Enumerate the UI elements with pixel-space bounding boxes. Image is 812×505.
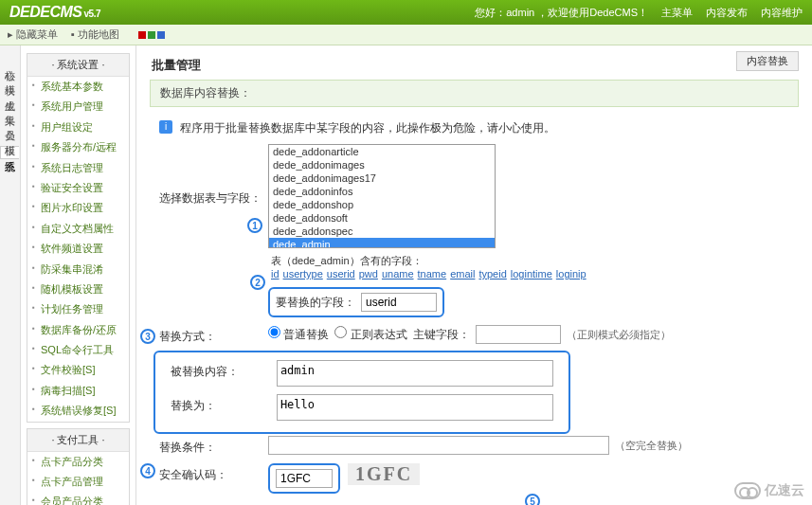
header-right: 您好：admin ，欢迎使用DedeCMS！ 主菜单 内容发布 内容维护 bbox=[475, 6, 803, 20]
sidebar-item[interactable]: 会员产品分类 bbox=[27, 492, 129, 505]
captcha-input[interactable] bbox=[276, 469, 333, 488]
nav-main[interactable]: 主菜单 bbox=[661, 6, 693, 20]
section-header: 数据库内容替换： bbox=[150, 80, 799, 107]
sidebar-item[interactable]: 用户组设定 bbox=[27, 117, 129, 137]
table-listbox[interactable]: dede_addonarticledede_addonimagesdede_ad… bbox=[268, 144, 496, 248]
sub-toolbar: ▸ 隐藏菜单 ▪ 功能地图 bbox=[0, 25, 812, 45]
sidebar-item[interactable]: 防采集串混淆 bbox=[27, 260, 129, 280]
step-2: 2 bbox=[250, 275, 265, 290]
field-link[interactable]: logintime bbox=[511, 268, 552, 280]
info-icon: i bbox=[159, 120, 172, 134]
condition-input[interactable] bbox=[268, 436, 609, 455]
sidebar-item[interactable]: 数据库备份/还原 bbox=[27, 320, 129, 340]
sidebar-item[interactable]: 图片水印设置 bbox=[27, 198, 129, 218]
sidebar-section-title: · 支付工具 · bbox=[27, 429, 129, 452]
nav-publish[interactable]: 内容发布 bbox=[706, 6, 748, 20]
label-main-key: 主键字段： bbox=[413, 327, 470, 343]
left-tab-1[interactable]: 模块 bbox=[0, 70, 20, 83]
label-condition: 替换条件： bbox=[159, 436, 268, 456]
captcha-image[interactable]: 1GFC bbox=[348, 463, 420, 485]
main-panel: 内容替换 批量管理 数据库内容替换： i 程序用于批量替换数据库中某字段的内容，… bbox=[136, 45, 812, 505]
content-replace-tag[interactable]: 内容替换 bbox=[736, 51, 799, 71]
sidebar-item[interactable]: 系统错误修复[S] bbox=[27, 401, 129, 421]
left-tab-3[interactable]: 采集 bbox=[0, 100, 20, 114]
page-title: 批量管理 bbox=[150, 53, 799, 80]
step-5: 5 bbox=[525, 494, 540, 505]
fields-row: 表（dede_admin）含有的字段： idusertypeuseridpwdu… bbox=[271, 254, 799, 280]
table-option[interactable]: dede_addonimages bbox=[269, 158, 495, 171]
sidebar-item[interactable]: 验证安全设置 bbox=[27, 178, 129, 198]
table-option[interactable]: dede_addonspec bbox=[269, 225, 495, 238]
label-captcha: 安全确认码： bbox=[159, 463, 268, 483]
left-tab-4[interactable]: 会员 bbox=[0, 116, 20, 129]
table-option[interactable]: dede_addonarticle bbox=[269, 145, 495, 158]
sidebar-item[interactable]: 自定义文档属性 bbox=[27, 219, 129, 239]
nav-maintain[interactable]: 内容维护 bbox=[761, 6, 803, 20]
left-tab-6[interactable]: 系统 bbox=[0, 146, 19, 159]
sidebar-section-title: · 系统设置 · bbox=[27, 54, 129, 77]
step-4: 4 bbox=[140, 463, 155, 478]
sidebar-item[interactable]: 点卡产品分类 bbox=[27, 452, 129, 472]
step-1: 1 bbox=[247, 218, 262, 233]
sidebar-item[interactable]: 服务器分布/远程 bbox=[27, 137, 129, 157]
sidebar-item[interactable]: 系统基本参数 bbox=[27, 77, 129, 97]
table-option[interactable]: dede_addoninfos bbox=[269, 185, 495, 198]
welcome-text: 您好：admin ，欢迎使用DedeCMS！ bbox=[475, 6, 648, 20]
replaced-content-input[interactable] bbox=[277, 360, 553, 387]
logo: DEDECMSv5.7 bbox=[9, 4, 100, 21]
field-link[interactable]: tname bbox=[418, 268, 447, 280]
sidebar-item[interactable]: SQL命令行工具 bbox=[27, 340, 129, 360]
field-link[interactable]: userid bbox=[327, 268, 355, 280]
watermark-icon bbox=[734, 482, 761, 499]
table-option[interactable]: dede_addonimages17 bbox=[269, 171, 495, 185]
top-header: DEDECMSv5.7 您好：admin ，欢迎使用DedeCMS！ 主菜单 内… bbox=[0, 0, 812, 25]
field-link[interactable]: uname bbox=[382, 268, 414, 280]
sidebar-item[interactable]: 随机模板设置 bbox=[27, 280, 129, 299]
field-link[interactable]: pwd bbox=[359, 268, 378, 280]
label-replace-field: 要替换的字段： bbox=[276, 295, 355, 311]
warning-text: 程序用于批量替换数据库中某字段的内容，此操作极为危险，请小心使用。 bbox=[180, 120, 555, 136]
sidebar: · 系统设置 ·系统基本参数系统用户管理用户组设定服务器分布/远程系统日志管理验… bbox=[21, 45, 136, 505]
sidebar-item[interactable]: 文件校验[S] bbox=[27, 360, 129, 380]
sidebar-item[interactable]: 计划任务管理 bbox=[27, 299, 129, 319]
replace-to-input[interactable] bbox=[277, 394, 553, 421]
field-link[interactable]: typeid bbox=[478, 268, 506, 280]
label-replace-to: 替换为： bbox=[171, 394, 277, 414]
sidebar-item[interactable]: 系统日志管理 bbox=[27, 158, 129, 178]
function-map[interactable]: 功能地图 bbox=[78, 28, 119, 40]
label-select-table: 选择数据表与字段： bbox=[159, 187, 268, 207]
left-tab-2[interactable]: 生成 bbox=[0, 85, 20, 99]
regex-hint: （正则模式必须指定） bbox=[567, 328, 671, 342]
main-key-input[interactable] bbox=[476, 325, 561, 344]
field-link[interactable]: loginip bbox=[556, 268, 586, 280]
sidebar-item[interactable]: 点卡产品管理 bbox=[27, 472, 129, 492]
field-link[interactable]: id bbox=[271, 268, 280, 280]
step-3: 3 bbox=[140, 329, 155, 344]
radio-normal[interactable]: 普通替换 bbox=[268, 326, 329, 343]
watermark: 亿速云 bbox=[734, 482, 804, 499]
sidebar-item[interactable]: 病毒扫描[S] bbox=[27, 381, 129, 401]
condition-hint: （空完全替换） bbox=[615, 439, 688, 453]
replace-field-input[interactable] bbox=[361, 293, 437, 312]
label-replaced-content: 被替换内容： bbox=[171, 360, 277, 380]
left-tabs: 核心模块生成采集会员模板系统 bbox=[0, 45, 21, 505]
hide-menu[interactable]: 隐藏菜单 bbox=[16, 28, 58, 40]
radio-regex[interactable]: 正则表达式 bbox=[334, 326, 406, 343]
theme-dots[interactable] bbox=[138, 31, 165, 39]
sidebar-item[interactable]: 系统用户管理 bbox=[27, 97, 129, 117]
sidebar-item[interactable]: 软件频道设置 bbox=[27, 239, 129, 259]
table-option[interactable]: dede_addonsoft bbox=[269, 211, 495, 225]
label-mode: 替换方式： bbox=[159, 325, 268, 345]
left-tab-0[interactable]: 核心 bbox=[0, 55, 20, 68]
table-option[interactable]: dede_addonshop bbox=[269, 198, 495, 211]
field-link[interactable]: email bbox=[450, 268, 475, 280]
left-tab-5[interactable]: 模板 bbox=[0, 131, 20, 144]
field-link[interactable]: usertype bbox=[283, 268, 323, 280]
table-option[interactable]: dede_admin bbox=[269, 238, 495, 248]
